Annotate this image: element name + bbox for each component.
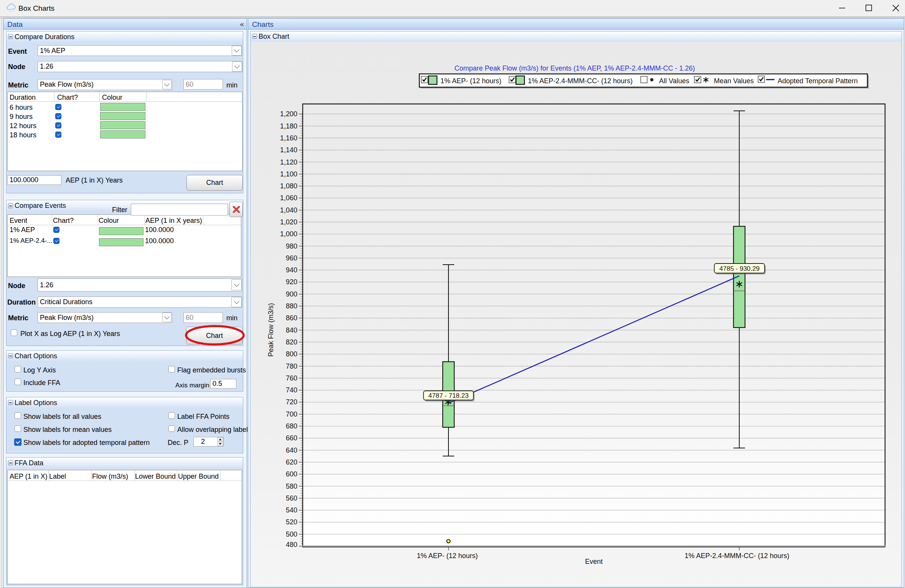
svg-text:1,040: 1,040 <box>280 206 297 214</box>
svg-text:Adopted Temporal Pattern: Adopted Temporal Pattern <box>778 77 858 85</box>
svg-text:600: 600 <box>286 470 297 478</box>
svg-text:640: 640 <box>286 446 297 454</box>
svg-text:860: 860 <box>286 314 297 322</box>
svg-text:800: 800 <box>286 350 297 358</box>
svg-text:Mean Values: Mean Values <box>714 77 754 85</box>
svg-text:480: 480 <box>286 541 297 548</box>
svg-text:Compare Peak Flow (m3/s) for E: Compare Peak Flow (m3/s) for Events (1% … <box>455 64 695 72</box>
svg-text:980: 980 <box>286 242 297 250</box>
svg-text:780: 780 <box>286 362 297 370</box>
svg-text:Peak Flow (m3/s): Peak Flow (m3/s) <box>267 303 275 357</box>
svg-text:1,080: 1,080 <box>280 182 297 190</box>
svg-text:660: 660 <box>286 434 297 442</box>
svg-text:1,120: 1,120 <box>280 158 297 166</box>
svg-text:1% AEP-2.4-MMM-CC- (12 hours): 1% AEP-2.4-MMM-CC- (12 hours) <box>528 77 633 85</box>
svg-text:960: 960 <box>286 254 297 262</box>
svg-text:1,200: 1,200 <box>280 110 297 118</box>
svg-text:1% AEP- (12 hours): 1% AEP- (12 hours) <box>440 77 501 85</box>
svg-text:900: 900 <box>286 290 297 298</box>
svg-text:540: 540 <box>286 506 297 514</box>
svg-text:520: 520 <box>286 518 297 526</box>
svg-text:680: 680 <box>286 422 297 430</box>
svg-text:700: 700 <box>286 410 297 418</box>
svg-text:1,180: 1,180 <box>280 122 297 130</box>
svg-text:1,000: 1,000 <box>280 230 297 238</box>
svg-text:1,160: 1,160 <box>280 134 297 142</box>
svg-text:1,100: 1,100 <box>280 170 297 178</box>
svg-text:820: 820 <box>286 338 297 346</box>
svg-text:880: 880 <box>286 302 297 310</box>
svg-text:1,140: 1,140 <box>280 146 297 154</box>
svg-text:Event: Event <box>585 558 603 565</box>
svg-text:920: 920 <box>286 278 297 286</box>
svg-text:840: 840 <box>286 326 297 334</box>
svg-text:940: 940 <box>286 266 297 274</box>
svg-text:All Values: All Values <box>659 77 689 85</box>
svg-text:580: 580 <box>286 483 297 490</box>
svg-text:4785 - 930.29: 4785 - 930.29 <box>719 265 760 272</box>
svg-text:560: 560 <box>286 494 297 502</box>
svg-text:4787 - 718.23: 4787 - 718.23 <box>429 392 469 399</box>
svg-text:1% AEP- (12 hours): 1% AEP- (12 hours) <box>417 552 478 560</box>
svg-text:500: 500 <box>286 530 297 538</box>
svg-text:760: 760 <box>286 374 297 382</box>
svg-text:720: 720 <box>286 398 297 406</box>
svg-text:1% AEP-2.4-MMM-CC- (12 hours): 1% AEP-2.4-MMM-CC- (12 hours) <box>684 552 789 560</box>
svg-text:620: 620 <box>286 458 297 466</box>
svg-text:740: 740 <box>286 386 297 394</box>
svg-text:1,060: 1,060 <box>280 194 297 202</box>
svg-text:1,020: 1,020 <box>280 218 297 226</box>
